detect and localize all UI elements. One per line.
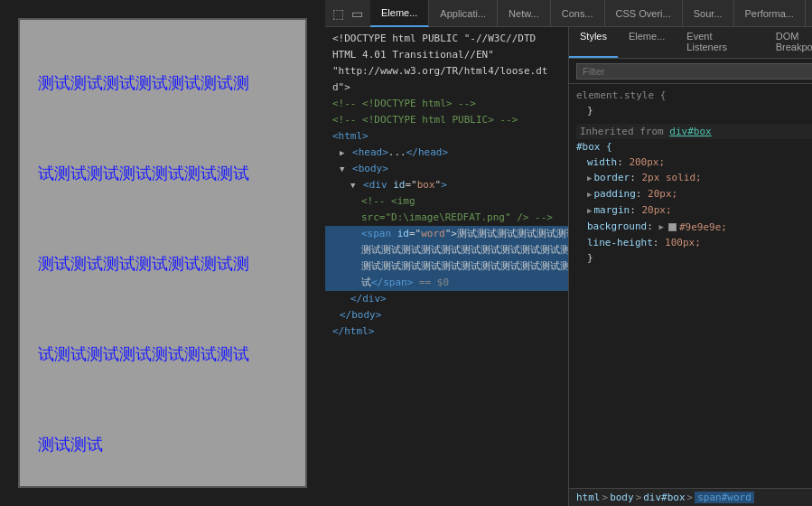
css-prop-width: width: 200px; <box>576 155 812 170</box>
preview-text-1: 测试测试测试测试测试测试测 <box>38 38 287 128</box>
html-line-highlighted-end: 试</span> == $0 <box>325 275 568 291</box>
html-line: <html> <box>325 128 568 145</box>
devtools-icon-group: ⬚ ▭ <box>325 6 370 21</box>
tab-event-listeners[interactable]: Event Listeners <box>676 27 764 58</box>
tab-network[interactable]: Netw... <box>498 0 551 27</box>
tab-computed[interactable]: Eleme... <box>618 27 676 58</box>
styles-inner-tab-bar: Styles Eleme... Event Listeners DOM Brea… <box>569 27 812 59</box>
tab-application[interactable]: Applicati... <box>429 0 498 27</box>
html-source-panel[interactable]: <!DOCTYPE html PUBLIC "-//W3C//DTD HTML … <box>325 27 569 506</box>
tab-performance[interactable]: Performa... <box>734 0 806 27</box>
styles-content: element.style { } Inherited from div#box… <box>569 84 812 488</box>
styles-filter-bar <box>569 59 812 84</box>
html-line: HTML 4.01 Transitional//EN" <box>325 47 568 63</box>
css-prop-margin: ▶margin: 20px; <box>576 202 812 219</box>
html-line: <!-- <!DOCTYPE html> --> <box>325 96 568 112</box>
browser-preview: 测试测试测试测试测试测试测 试测试测试测试测试测试测试 测试测试测试测试测试测试… <box>18 18 307 488</box>
styles-panel: Styles Eleme... Event Listeners DOM Brea… <box>569 27 812 506</box>
html-line: </body> <box>325 307 568 323</box>
tab-console[interactable]: Cons... <box>551 0 605 27</box>
html-line: <!-- <!DOCTYPE html PUBLIC> --> <box>325 112 568 128</box>
styles-filter-input[interactable] <box>576 63 812 80</box>
tab-css-overview[interactable]: CSS Overi... <box>605 0 683 27</box>
preview-text-5: 测试测试 <box>38 399 287 488</box>
html-line: ▼ <div id="box"> <box>325 177 568 193</box>
html-line: src="D:\image\REDFAT.png" /> --> <box>325 210 568 226</box>
css-prop-background: background: ▶#9e9e9e; <box>576 219 812 235</box>
color-swatch[interactable] <box>668 223 677 231</box>
preview-text-3: 测试测试测试测试测试测试测 <box>38 219 287 309</box>
breadcrumb-spanword[interactable]: span#word <box>695 492 754 503</box>
box-rule-closing: } <box>576 250 812 266</box>
tab-elements[interactable]: Eleme... <box>370 0 429 27</box>
breadcrumb-divbox[interactable]: div#box <box>643 492 685 503</box>
inherited-selector[interactable]: div#box <box>669 126 711 137</box>
preview-text-2: 试测试测试测试测试测试测试 <box>38 128 287 219</box>
html-line: ▼ <body> <box>325 161 568 177</box>
breadcrumb-html[interactable]: html <box>576 492 601 503</box>
preview-text-4: 试测试测试测试测试测试测试 <box>38 309 287 399</box>
html-line: ▶ <head>...</head> <box>325 145 568 161</box>
html-line: </html> <box>325 323 568 340</box>
breadcrumb-sep: > <box>636 492 642 503</box>
html-line: </div> <box>325 291 568 307</box>
tab-memory[interactable]: Mem... <box>806 0 812 27</box>
html-line: "http://www.w3.org/TR/html4/loose.dt <box>325 63 568 80</box>
html-line: <!DOCTYPE html PUBLIC "-//W3C//DTD <box>325 31 568 47</box>
inherited-from-label: Inherited from div#box <box>576 124 812 139</box>
devtools-panel: ⬚ ▭ Eleme... Applicati... Netw... Cons..… <box>325 0 812 506</box>
box-selector: #box { <box>576 141 812 153</box>
dom-breadcrumb: html > body > div#box > span#word <box>569 488 812 506</box>
html-line-highlighted: 测试测试测试测试测试测试测试测试测试测试测试测试测试测试 <box>325 242 568 258</box>
css-prop-line-height: line-height: 100px; <box>576 235 812 250</box>
html-line: d"> <box>325 80 568 96</box>
inspect-icon[interactable]: ⬚ <box>332 6 344 21</box>
css-prop-padding: ▶padding: 20px; <box>576 186 812 202</box>
element-style-label: element.style { <box>576 89 812 101</box>
devtools-main-area: <!DOCTYPE html PUBLIC "-//W3C//DTD HTML … <box>325 27 812 506</box>
html-line: <!-- <img <box>325 193 568 210</box>
breadcrumb-sep: > <box>602 492 609 503</box>
html-line-highlighted: 测试测试测试测试测试测试测试测试测试测试测试测试 <box>325 258 568 275</box>
device-icon[interactable]: ▭ <box>351 6 363 21</box>
html-line-highlighted: <span id="word">测试测试测试测试测试测试测试 <box>325 226 568 242</box>
breadcrumb-body[interactable]: body <box>610 492 634 503</box>
tab-styles[interactable]: Styles <box>569 27 618 58</box>
tab-sources[interactable]: Sour... <box>683 0 734 27</box>
breadcrumb-sep: > <box>687 492 694 503</box>
css-prop-border: ▶border: 2px solid; <box>576 170 812 186</box>
element-style-closing: } <box>576 103 812 118</box>
devtools-tab-bar: ⬚ ▭ Eleme... Applicati... Netw... Cons..… <box>325 0 812 27</box>
tab-dom-breakpoints[interactable]: DOM Breakpoi... <box>765 27 812 58</box>
